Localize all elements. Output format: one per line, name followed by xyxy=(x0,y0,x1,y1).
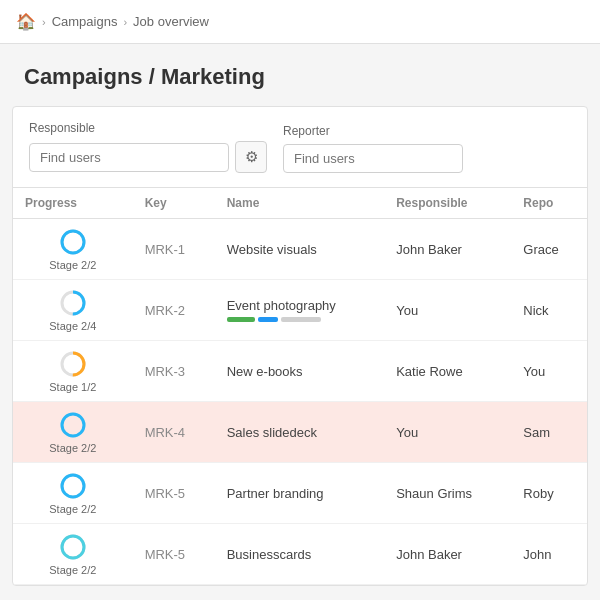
home-icon[interactable]: 🏠 xyxy=(16,12,36,31)
progress-cell: Stage 2/2 xyxy=(13,463,133,524)
responsible-cell: You xyxy=(384,402,511,463)
key-cell: MRK-5 xyxy=(133,524,215,585)
responsible-cell: Katie Rowe xyxy=(384,341,511,402)
breadcrumb-nav: 🏠 › Campaigns › Job overview xyxy=(0,0,600,44)
responsible-cell: Shaun Grims xyxy=(384,463,511,524)
progress-cell: Stage 2/4 xyxy=(13,280,133,341)
name-cell: Sales slidedeck xyxy=(215,402,384,463)
table-row[interactable]: Stage 2/2 MRK-5Partner brandingShaun Gri… xyxy=(13,463,587,524)
reporter-cell: Roby xyxy=(511,463,587,524)
svg-point-7 xyxy=(62,414,84,436)
reporter-cell: John xyxy=(511,524,587,585)
responsible-cell: John Baker xyxy=(384,219,511,280)
progress-cell: Stage 1/2 xyxy=(13,341,133,402)
page-title: Campaigns / Marketing xyxy=(24,64,576,90)
chevron-icon-1: › xyxy=(42,16,46,28)
name-cell: Event photography xyxy=(215,280,384,341)
table-row[interactable]: Stage 2/2 MRK-4Sales slidedeckYouSam xyxy=(13,402,587,463)
responsible-search-input[interactable] xyxy=(29,143,229,172)
reporter-cell: You xyxy=(511,341,587,402)
reporter-cell: Sam xyxy=(511,402,587,463)
breadcrumb-job-overview[interactable]: Job overview xyxy=(133,14,209,29)
chevron-icon-2: › xyxy=(123,16,127,28)
name-cell: New e-books xyxy=(215,341,384,402)
col-progress: Progress xyxy=(13,188,133,219)
reporter-search-input[interactable] xyxy=(283,144,463,173)
col-responsible: Responsible xyxy=(384,188,511,219)
gear-button[interactable]: ⚙ xyxy=(235,141,267,173)
responsible-filter-group: Responsible ⚙ xyxy=(29,121,267,173)
svg-point-1 xyxy=(62,231,84,253)
key-cell: MRK-5 xyxy=(133,463,215,524)
reporter-filter-group: Reporter xyxy=(283,124,463,173)
reporter-label: Reporter xyxy=(283,124,463,138)
svg-point-11 xyxy=(62,536,84,558)
reporter-cell: Grace xyxy=(511,219,587,280)
table-body: Stage 2/2 MRK-1Website visualsJohn Baker… xyxy=(13,219,587,585)
filter-row: Responsible ⚙ Reporter xyxy=(13,107,587,188)
responsible-label: Responsible xyxy=(29,121,267,135)
progress-cell: Stage 2/2 xyxy=(13,524,133,585)
key-cell: MRK-3 xyxy=(133,341,215,402)
table-row[interactable]: Stage 2/2 MRK-5BusinesscardsJohn BakerJo… xyxy=(13,524,587,585)
responsible-cell: John Baker xyxy=(384,524,511,585)
table-row[interactable]: Stage 2/2 MRK-1Website visualsJohn Baker… xyxy=(13,219,587,280)
col-reporter: Repo xyxy=(511,188,587,219)
progress-cell: Stage 2/2 xyxy=(13,219,133,280)
key-cell: MRK-1 xyxy=(133,219,215,280)
col-key: Key xyxy=(133,188,215,219)
reporter-cell: Nick xyxy=(511,280,587,341)
gear-icon: ⚙ xyxy=(245,148,258,166)
table-row[interactable]: Stage 1/2 MRK-3New e-booksKatie RoweYou xyxy=(13,341,587,402)
progress-cell: Stage 2/2 xyxy=(13,402,133,463)
jobs-table: Progress Key Name Responsible Repo Stage… xyxy=(13,188,587,585)
svg-point-9 xyxy=(62,475,84,497)
name-cell: Partner branding xyxy=(215,463,384,524)
table-header: Progress Key Name Responsible Repo xyxy=(13,188,587,219)
key-cell: MRK-4 xyxy=(133,402,215,463)
key-cell: MRK-2 xyxy=(133,280,215,341)
responsible-cell: You xyxy=(384,280,511,341)
name-cell: Website visuals xyxy=(215,219,384,280)
table-wrapper: Progress Key Name Responsible Repo Stage… xyxy=(13,188,587,585)
name-cell: Businesscards xyxy=(215,524,384,585)
breadcrumb-campaigns[interactable]: Campaigns xyxy=(52,14,118,29)
table-row[interactable]: Stage 2/4 MRK-2Event photographyYouNick xyxy=(13,280,587,341)
responsible-input-row: ⚙ xyxy=(29,141,267,173)
content-card: Responsible ⚙ Reporter Progress Key Name… xyxy=(12,106,588,586)
col-name: Name xyxy=(215,188,384,219)
page-header: Campaigns / Marketing xyxy=(0,44,600,106)
